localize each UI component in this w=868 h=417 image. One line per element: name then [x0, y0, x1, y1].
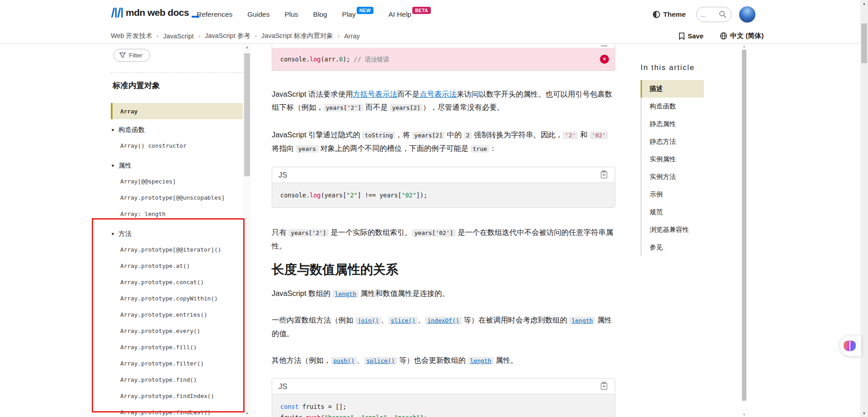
- user-avatar[interactable]: [739, 6, 755, 23]
- search-input[interactable]: _: [696, 7, 731, 22]
- sidebar-section-toggle[interactable]: ▼构造函数: [111, 126, 243, 134]
- nav-item-references[interactable]: References: [197, 10, 232, 19]
- sidebar-scrollbar[interactable]: ▲ ▼: [243, 44, 251, 417]
- inline-code: years[2]: [390, 104, 423, 112]
- toc-item-5[interactable]: 实例属性: [641, 150, 704, 168]
- text: 属性和数值属性是连接的。: [359, 289, 449, 297]
- toc-item-4[interactable]: 静态方法: [641, 133, 704, 150]
- scroll-down-icon[interactable]: ▼: [243, 412, 251, 416]
- breadcrumb-item-array[interactable]: Array: [344, 33, 360, 40]
- main-nav: ReferencesGuidesPlusBlogPlayNEWAI HelpBE…: [197, 0, 431, 28]
- toc-item-8[interactable]: 规范: [641, 203, 704, 221]
- code-example-header: JS: [272, 379, 615, 394]
- nav-item-ai-help[interactable]: AI HelpBETA: [388, 10, 431, 19]
- inline-code: years['2']: [324, 104, 363, 112]
- inline-code-link[interactable]: length: [569, 317, 595, 324]
- nav-item-guides[interactable]: Guides: [247, 10, 269, 19]
- sidebar-item[interactable]: Array() constructor: [120, 141, 243, 150]
- toc-item-1[interactable]: 描述: [641, 80, 704, 98]
- save-button[interactable]: Save: [676, 32, 706, 40]
- language-button[interactable]: 中文 (简体): [717, 31, 766, 41]
- text: 、: [381, 316, 388, 324]
- sidebar-item[interactable]: Array.prototype.at(): [120, 262, 243, 271]
- scroll-down-icon[interactable]: ▼: [741, 413, 747, 416]
- toc-item-9[interactable]: 浏览器兼容性: [641, 221, 704, 239]
- sidebar-item[interactable]: Array.prototype.find(): [120, 375, 243, 384]
- inline-code-link[interactable]: join(): [355, 317, 381, 324]
- code-token-fn: log: [310, 192, 321, 199]
- breadcrumb-separator: ›: [255, 33, 257, 39]
- code-example: JS const fruits = [];fruits.push("banana…: [272, 378, 615, 417]
- copy-icon[interactable]: [599, 381, 609, 392]
- copy-icon-partial[interactable]: [601, 45, 608, 47]
- sidebar-item-array-active[interactable]: Array: [111, 103, 243, 119]
- text: 只有: [272, 228, 288, 236]
- sidebar-item[interactable]: Array.prototype.copyWithin(): [120, 294, 243, 303]
- theme-label: Theme: [663, 10, 686, 19]
- assistant-extension-button[interactable]: [840, 336, 861, 356]
- sidebar-item[interactable]: Array.prototype.every(): [120, 327, 243, 336]
- search-icon[interactable]: [719, 10, 726, 18]
- inline-code-link[interactable]: indexOf(): [425, 317, 461, 324]
- toc-item-3[interactable]: 静态属性: [641, 115, 704, 133]
- text-link[interactable]: 方括号表示法: [353, 90, 397, 98]
- nav-item-play[interactable]: PlayNEW: [342, 10, 374, 19]
- scroll-up-icon[interactable]: ▲: [860, 1, 868, 6]
- code-example: JS console.log(years["2"] !== years["02"…: [272, 167, 615, 208]
- copy-icon[interactable]: [599, 169, 609, 181]
- inline-code-link[interactable]: splice(): [364, 357, 397, 365]
- toc-item-7[interactable]: 示例: [641, 186, 704, 203]
- code-token-plain: fruits = [];: [299, 403, 347, 410]
- sidebar-item[interactable]: Array.prototype.findIndex(): [120, 392, 243, 401]
- scroll-down-icon[interactable]: ▼: [860, 411, 868, 416]
- toc-scrollbar-thumb[interactable]: [742, 50, 746, 401]
- window-scrollbar[interactable]: ▲ ▼: [860, 0, 868, 417]
- nav-item-label: Play: [342, 10, 356, 19]
- theme-button[interactable]: Theme: [650, 10, 689, 19]
- sidebar-item[interactable]: Array.prototype.filter(): [120, 359, 243, 368]
- scroll-up-icon[interactable]: ▲: [741, 45, 747, 48]
- breadcrumb-item-javascript[interactable]: JavaScript 标准内置对象: [261, 32, 333, 40]
- text-link[interactable]: 点号表示法: [420, 90, 457, 98]
- breadcrumb-item-javascript[interactable]: JavaScript 参考: [205, 32, 250, 40]
- breadcrumb-item-web[interactable]: Web 开发技术: [111, 32, 152, 40]
- sidebar-section: ▼属性Array[@@species]Array.prototype[@@uns…: [111, 161, 243, 219]
- save-label: Save: [688, 32, 703, 40]
- text: JavaScript 语法要求使用: [272, 90, 353, 98]
- toc-item-6[interactable]: 实例方法: [641, 168, 704, 186]
- nav-item-plus[interactable]: Plus: [284, 10, 298, 19]
- toc-scrollbar[interactable]: ▲ ▼: [741, 45, 747, 416]
- toc-item-10[interactable]: 参见: [641, 239, 704, 256]
- inline-code: 2: [464, 131, 472, 139]
- window-scrollbar-thumb[interactable]: [861, 23, 867, 63]
- sidebar-item[interactable]: Array.prototype.fill(): [120, 343, 243, 352]
- dismiss-error-button[interactable]: ✕: [600, 55, 609, 64]
- sidebar-item[interactable]: Array.prototype.concat(): [120, 278, 243, 287]
- inline-code-link[interactable]: length: [468, 357, 494, 365]
- mdn-logo[interactable]: mdn web docs: [111, 7, 199, 18]
- breadcrumb-bar: Web 开发技术›JavaScript›JavaScript 参考›JavaSc…: [0, 28, 868, 44]
- filter-icon: [119, 52, 126, 58]
- filter-button[interactable]: Filter: [113, 49, 150, 62]
- sidebar-item[interactable]: Array[@@species]: [120, 177, 243, 186]
- nav-item-blog[interactable]: Blog: [313, 10, 327, 19]
- code-token-plain: ,: [354, 414, 361, 417]
- breadcrumb-item-javascript[interactable]: JavaScript: [163, 33, 194, 40]
- code-token-plain: ]);: [416, 192, 427, 199]
- sidebar-section-toggle[interactable]: ▼方法: [111, 230, 243, 238]
- sidebar-item[interactable]: Array: length: [120, 210, 243, 219]
- sidebar-section-toggle[interactable]: ▼属性: [111, 161, 243, 170]
- inline-code-link[interactable]: slice(): [388, 317, 418, 324]
- inline-code-link[interactable]: length: [333, 290, 359, 298]
- sidebar-item[interactable]: Array.prototype.findLast(): [120, 408, 243, 417]
- sidebar-scrollbar-thumb[interactable]: [244, 53, 250, 176]
- sidebar-item[interactable]: Array.prototype.entries(): [120, 310, 243, 319]
- code-line: console.log(years["2"] !== years["02"]);: [280, 190, 607, 201]
- scroll-up-icon[interactable]: ▲: [243, 45, 251, 49]
- sidebar-item[interactable]: Array.prototype[@@iterator](): [120, 245, 243, 254]
- sidebar-item[interactable]: Array.prototype[@@unscopables]: [120, 193, 243, 202]
- inline-code-link[interactable]: push(): [331, 357, 357, 365]
- toc-item-2[interactable]: 构造函数: [641, 98, 704, 115]
- inline-code: years['02']: [412, 229, 455, 237]
- logo-text: mdn web docs: [126, 7, 189, 18]
